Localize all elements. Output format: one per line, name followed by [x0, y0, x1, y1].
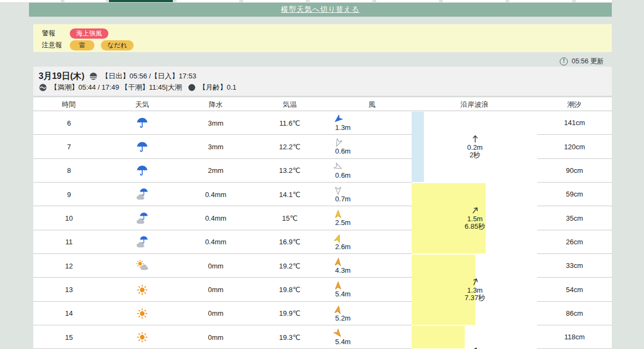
weather-cell: [129, 278, 155, 301]
weather-cell: [129, 325, 155, 349]
temp-cell: 19.2℃: [258, 254, 322, 278]
wind-speed: 5.4m: [321, 338, 364, 346]
temp-cell: 13.2℃: [258, 159, 322, 183]
precip-cell: 2mm: [184, 159, 248, 183]
rain-cloud-icon: [135, 187, 149, 201]
sun-cloud-icon: [135, 259, 149, 273]
time-cell: 11: [33, 230, 105, 254]
weather-cell: [129, 135, 155, 158]
sun-icon: [135, 330, 149, 344]
tab-fragment[interactable]: [243, 0, 306, 2]
time-cell: 10: [33, 206, 105, 230]
wind-speed: 1.3m: [321, 123, 364, 132]
table-header: 時間天気降水気温風沿岸波浪潮汐: [33, 97, 612, 111]
precip-cell: 3mm: [184, 135, 248, 158]
temp-cell: 14.1℃: [258, 183, 322, 206]
tide-wave-icon: [39, 83, 47, 92]
tab-fragment[interactable]: [376, 0, 439, 2]
tab-active-fragment[interactable]: [109, 0, 173, 2]
wind-direction-icon: [333, 138, 343, 148]
tide-cell: 33cm: [537, 254, 612, 278]
weather-cell: [129, 254, 155, 278]
tide-cell: 141cm: [537, 111, 612, 135]
warning-label: 警報: [42, 29, 70, 38]
wind-speed: 0.7m: [321, 195, 364, 203]
temp-cell: 16.9℃: [258, 230, 322, 254]
tide-cell: 86cm: [537, 302, 612, 325]
tide-cell: 54cm: [537, 278, 612, 301]
forecast-table: 時間天気降水気温風沿岸波浪潮汐 0.2m2秒1.5m6.85秒1.3m7.37秒…: [33, 97, 612, 349]
time-cell: 8: [33, 159, 105, 183]
tide-cell: 35cm: [537, 206, 612, 230]
tab-fragment[interactable]: [177, 0, 239, 2]
wind-speed: 5.2m: [321, 314, 364, 322]
tab-fragment[interactable]: [310, 0, 372, 2]
weather-cell: [129, 183, 155, 206]
temp-cell: 11.6℃: [258, 111, 322, 135]
switch-to-horizontal-link[interactable]: 横型天気へ切り替える: [281, 5, 360, 14]
temp-cell: 15℃: [258, 206, 322, 230]
column-header-1: 天気: [135, 100, 149, 110]
precip-cell: 3mm: [184, 111, 248, 135]
tab-fragment[interactable]: [576, 0, 612, 2]
weather-cell: [129, 206, 155, 230]
table-row: 130mm19.8℃5.4m54cm: [33, 278, 612, 301]
temp-cell: 19.8℃: [258, 278, 322, 301]
tide-cell: 120cm: [537, 135, 612, 158]
time-cell: 14: [33, 302, 105, 325]
wind-direction-icon: [333, 234, 343, 243]
column-header-4: 風: [369, 100, 376, 110]
time-cell: 12: [33, 254, 105, 278]
precip-cell: 0.4mm: [184, 183, 248, 206]
date-header: 3月19日(木) 【日出】05:56 /【日入】17:53 【満潮】05:44 …: [33, 67, 612, 96]
time-cell: 15: [33, 325, 105, 349]
table-row: 82mm13.2℃0.6m90cm: [33, 159, 612, 183]
table-row: 150mm19.3℃5.4m118cm: [33, 325, 612, 349]
precip-cell: 0mm: [184, 278, 248, 301]
column-header-2: 降水: [209, 100, 223, 110]
warning-badge[interactable]: 海上強風: [70, 28, 108, 39]
tide-cell: 118cm: [537, 325, 612, 349]
wind-direction-icon: [333, 257, 343, 267]
tide-cell: 59cm: [537, 183, 612, 206]
table-row: 110.4mm16.9℃2.6m26cm: [33, 230, 612, 254]
table-row: 100.4mm15℃2.5m35cm: [33, 206, 612, 230]
precip-cell: 0mm: [184, 254, 248, 278]
weather-cell: [129, 230, 155, 254]
wind-direction-icon: [333, 305, 343, 315]
wind-direction-icon: [333, 162, 343, 172]
table-rows: 0.2m2秒1.5m6.85秒1.3m7.37秒 63mm11.6℃1.3m14…: [33, 111, 612, 349]
sun-times: 【日出】05:56 /【日入】17:53: [101, 71, 196, 81]
advisory-badge[interactable]: なだれ: [101, 40, 134, 50]
temp-cell: 19.3℃: [258, 325, 322, 349]
wind-speed: 5.4m: [321, 290, 364, 298]
info-icon[interactable]: !: [560, 57, 568, 66]
weather-cell: [129, 302, 155, 325]
wind-direction-icon: [333, 209, 343, 219]
sun-icon: [135, 283, 149, 297]
switch-view-bar: 横型天気へ切り替える: [29, 3, 612, 17]
updated-time: ! 05:56 更新: [560, 56, 604, 67]
tide-times: 【満潮】05:44 / 17:49 【干潮】11:45|大潮: [50, 83, 181, 92]
tide-cell: 90cm: [537, 159, 612, 183]
wind-speed: 0.6m: [321, 147, 364, 155]
rain-cloud-icon: [135, 212, 149, 226]
tab-fragment[interactable]: [64, 0, 106, 2]
tab-fragment[interactable]: [509, 0, 572, 2]
table-row: 120mm19.2℃4.3m33cm: [33, 254, 612, 278]
tab-fragment[interactable]: [0, 0, 61, 2]
moon-age: 【月齢】0.1: [199, 83, 236, 92]
rain-icon: [135, 140, 149, 154]
column-header-0: 時間: [62, 100, 76, 110]
time-cell: 7: [33, 135, 105, 158]
wind-direction-icon: [333, 281, 343, 290]
temp-cell: 12.2℃: [258, 135, 322, 158]
advisory-badge[interactable]: 雷: [70, 40, 94, 50]
rain-cloud-icon: [135, 235, 149, 249]
precip-cell: 0.4mm: [184, 230, 248, 254]
column-header-5: 沿岸波浪: [460, 100, 488, 110]
precip-cell: 0.4mm: [184, 206, 248, 230]
sun-icon: [135, 307, 149, 321]
column-header-3: 気温: [283, 100, 297, 110]
tab-fragment[interactable]: [443, 0, 506, 2]
